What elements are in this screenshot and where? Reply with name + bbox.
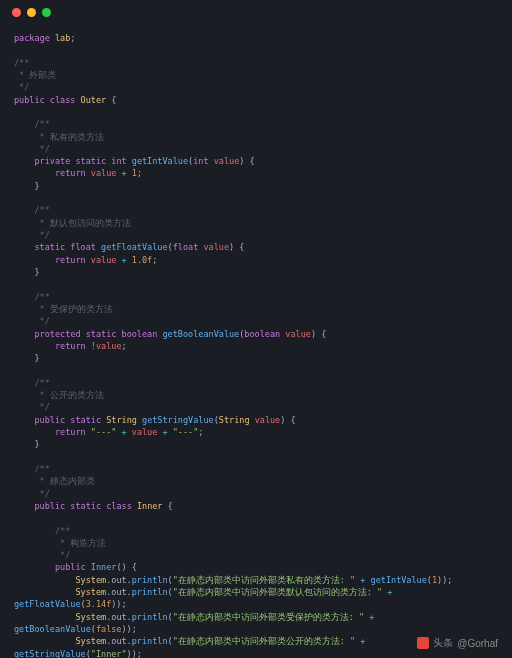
keyword: static xyxy=(86,329,117,339)
method: getFloatValue xyxy=(14,599,81,609)
string: "在静态内部类中访问外部类受保护的类方法: " xyxy=(173,612,364,622)
keyword: return xyxy=(55,427,86,437)
method: getStringValue xyxy=(142,415,214,425)
class-name: Outer xyxy=(81,95,107,105)
keyword: private xyxy=(34,156,70,166)
editor-window: package lab; /** * 外部类 */ public class O… xyxy=(0,0,512,658)
string: "Inner" xyxy=(91,649,127,658)
method: getIntValue xyxy=(132,156,188,166)
comment: 构造方法 xyxy=(70,538,106,548)
type: float xyxy=(173,242,199,252)
string: "在静态内部类中访问外部类私有的类方法: " xyxy=(173,575,355,585)
type: int xyxy=(193,156,208,166)
keyword: package xyxy=(14,33,50,43)
toutiao-icon xyxy=(417,637,429,649)
type: boolean xyxy=(244,329,280,339)
comment: 默认包访问的类方法 xyxy=(50,218,131,228)
method: getFloatValue xyxy=(101,242,168,252)
constructor: Inner xyxy=(91,562,117,572)
watermark: 头条 @Gorhaf xyxy=(417,636,498,650)
type: String xyxy=(106,415,137,425)
keyword: return xyxy=(55,255,86,265)
keyword: static xyxy=(70,501,101,511)
class-name: Inner xyxy=(137,501,163,511)
method: getBooleanValue xyxy=(162,329,239,339)
comment: 私有的类方法 xyxy=(50,132,104,142)
titlebar xyxy=(0,0,512,24)
type: float xyxy=(70,242,96,252)
method: getBooleanValue xyxy=(14,624,91,634)
minimize-icon[interactable] xyxy=(27,8,36,17)
keyword: static xyxy=(75,156,106,166)
keyword: class xyxy=(106,501,132,511)
code-area: package lab; /** * 外部类 */ public class O… xyxy=(0,24,512,658)
package-name: lab xyxy=(55,33,70,43)
keyword: static xyxy=(34,242,65,252)
keyword: protected xyxy=(34,329,80,339)
number: 1.0f xyxy=(132,255,152,265)
keyword: public xyxy=(55,562,86,572)
type: int xyxy=(111,156,126,166)
param: value xyxy=(285,329,311,339)
type: boolean xyxy=(122,329,158,339)
comment: 受保护的类方法 xyxy=(50,304,113,314)
comment: 外部类 xyxy=(29,70,56,80)
bool: false xyxy=(96,624,122,634)
keyword: public xyxy=(34,501,65,511)
keyword: static xyxy=(70,415,101,425)
string: "在静态内部类中访问外部类公开的类方法: " xyxy=(173,636,355,646)
watermark-handle: @Gorhaf xyxy=(457,638,498,649)
comment: 静态内部类 xyxy=(50,476,95,486)
method: getStringValue xyxy=(14,649,86,658)
string: "---" xyxy=(173,427,199,437)
keyword: class xyxy=(50,95,76,105)
number: 3.14f xyxy=(86,599,112,609)
method: getIntValue xyxy=(371,575,427,585)
param: value xyxy=(203,242,229,252)
watermark-prefix: 头条 xyxy=(433,636,453,650)
string: "在静态内部类中访问外部类默认包访问的类方法: " xyxy=(173,587,382,597)
keyword: public xyxy=(14,95,45,105)
maximize-icon[interactable] xyxy=(42,8,51,17)
string: "---" xyxy=(91,427,117,437)
close-icon[interactable] xyxy=(12,8,21,17)
param: value xyxy=(214,156,240,166)
keyword: return xyxy=(55,341,86,351)
comment: 公开的类方法 xyxy=(50,390,104,400)
type: String xyxy=(219,415,250,425)
param: value xyxy=(255,415,281,425)
keyword: return xyxy=(55,168,86,178)
keyword: public xyxy=(34,415,65,425)
